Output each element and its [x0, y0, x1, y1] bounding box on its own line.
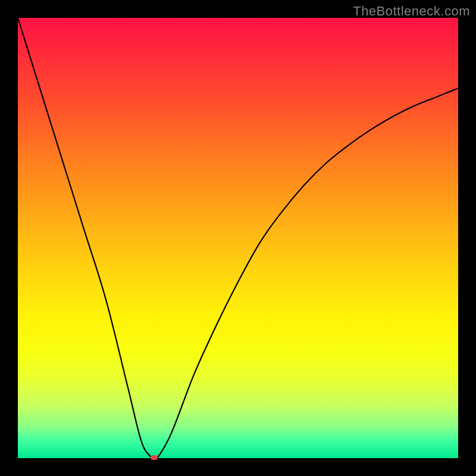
chart-frame: TheBottleneck.com [0, 0, 476, 476]
minimum-marker [151, 455, 158, 460]
plot-area [18, 18, 458, 458]
watermark-text: TheBottleneck.com [353, 4, 470, 19]
bottleneck-curve [18, 18, 458, 458]
